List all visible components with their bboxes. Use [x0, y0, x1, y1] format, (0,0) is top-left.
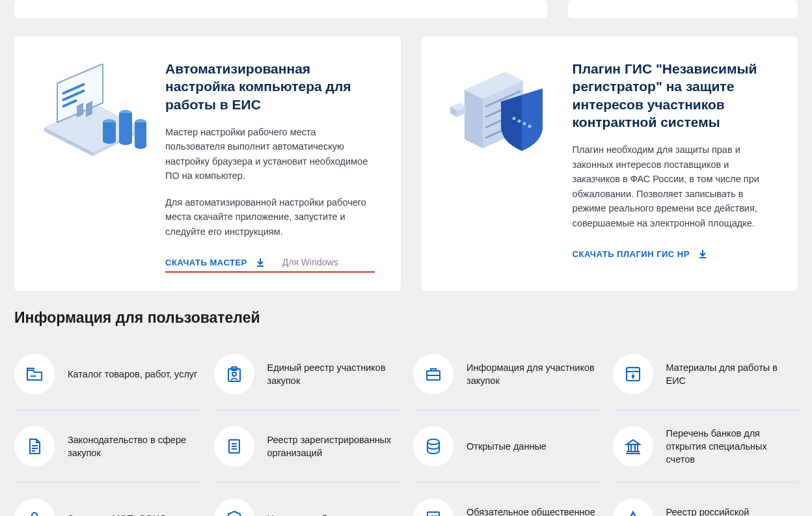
download-master-link[interactable]: СКАЧАТЬ МАСТЕР: [165, 257, 265, 267]
svg-point-38: [232, 372, 236, 376]
person-icon: [14, 498, 55, 516]
card-title-plugin: Плагин ГИС "Независимый регистратор" на …: [573, 60, 774, 131]
info-item-industrial-registry[interactable]: Реестр российской промышленной продукции: [613, 483, 798, 516]
info-label: Каталог товаров, работ, услуг: [68, 368, 197, 381]
card-body-right: Плагин ГИС "Независимый регистратор" на …: [573, 60, 774, 267]
info-label: Законодательство в сфере закупок: [68, 433, 200, 460]
card-plugin-gis: Плагин ГИС "Независимый регистратор" на …: [422, 36, 798, 291]
info-box-icon: [613, 354, 653, 394]
document-icon: [14, 426, 55, 467]
info-item-legislation[interactable]: Законодательство в сфере закупок: [14, 411, 200, 483]
info-label: Обязательное общественное обсуждение зак…: [467, 506, 599, 516]
svg-rect-14: [119, 113, 132, 142]
svg-point-43: [632, 375, 634, 377]
info-item-registrar[interactable]: Независимый регистратор: [214, 483, 399, 516]
svg-point-53: [427, 439, 439, 444]
card-text-2: Для автоматизированной настройки рабочег…: [165, 195, 377, 239]
info-item-open-data[interactable]: Открытые данные: [413, 411, 599, 483]
card-title-auto-setup: Автоматизированная настройка компьютера …: [165, 60, 377, 113]
download-row-left: СКАЧАТЬ МАСТЕР Для Windows: [165, 257, 377, 267]
info-label: Независимый регистратор: [267, 512, 383, 516]
info-item-materials[interactable]: Материалы для работы в ЕИС: [613, 338, 798, 411]
id-badge-icon: [214, 354, 254, 394]
info-label: Реестр зарегистрированных организаций: [267, 433, 399, 460]
feature-cards-row: Автоматизированная настройка компьютера …: [0, 36, 812, 291]
illustration-laptop-charts: [38, 60, 148, 267]
triangle-a-icon: [613, 498, 653, 516]
download-plugin-link[interactable]: СКАЧАТЬ ПЛАГИН ГИС НР: [573, 249, 708, 259]
svg-point-18: [135, 143, 146, 149]
info-label: Перечень банков для открытия специальных…: [666, 427, 798, 467]
svg-point-15: [119, 139, 132, 145]
info-item-participants-info[interactable]: Информация для участников закупок: [413, 338, 599, 411]
card-body-left: Автоматизированная настройка компьютера …: [165, 60, 377, 267]
info-label: Материалы для работы в ЕИС: [666, 361, 798, 388]
illustration-server-shield: [445, 60, 556, 267]
download-master-label: СКАЧАТЬ МАСТЕР: [165, 258, 247, 267]
card-auto-setup: Автоматизированная настройка компьютера …: [14, 36, 401, 291]
download-icon: [697, 249, 708, 259]
svg-rect-17: [135, 122, 146, 146]
svg-point-12: [103, 137, 116, 144]
svg-point-34: [528, 125, 531, 128]
download-row-right: СКАЧАТЬ ПЛАГИН ГИС НР: [573, 249, 774, 259]
info-label: Информация для участников закупок: [467, 361, 599, 388]
card-text-plugin: Плагин необходим для защиты прав и закон…: [573, 143, 774, 230]
svg-marker-22: [465, 90, 483, 148]
top-stub-row: [0, 0, 812, 18]
info-item-org-registry[interactable]: Реестр зарегистрированных организаций: [214, 411, 399, 483]
info-label: Единый реестр участников закупок: [267, 361, 399, 388]
svg-point-31: [512, 117, 515, 120]
info-label: Открытые данные: [467, 440, 547, 453]
info-item-banks[interactable]: Перечень банков для открытия специальных…: [613, 411, 798, 483]
stub-card-right: [568, 0, 798, 18]
info-label: Закупки у МСП, СОНО: [68, 512, 167, 516]
info-item-msp[interactable]: Закупки у МСП, СОНО: [14, 483, 200, 516]
info-item-catalog[interactable]: Каталог товаров, работ, услуг: [14, 338, 200, 411]
svg-point-60: [32, 513, 37, 516]
section-title-user-info: Информация для пользователей: [0, 291, 812, 338]
card-text-1: Мастер настройки рабочего места пользова…: [165, 125, 377, 183]
briefcase-icon: [413, 354, 453, 394]
document-list-icon: [214, 426, 254, 467]
database-icon: [413, 426, 453, 467]
download-icon: [255, 257, 265, 267]
svg-rect-62: [427, 512, 439, 516]
svg-point-33: [522, 122, 526, 126]
folder-icon: [14, 354, 55, 394]
svg-point-32: [517, 120, 521, 123]
download-hint-windows: Для Windows: [282, 257, 338, 267]
stub-card-left: [14, 0, 547, 18]
bank-icon: [613, 426, 653, 467]
shield-icon: [214, 498, 254, 516]
info-grid: Каталог товаров, работ, услуг Единый рее…: [0, 338, 812, 516]
download-plugin-label: СКАЧАТЬ ПЛАГИН ГИС НР: [573, 249, 690, 259]
checklist-icon: [413, 498, 453, 516]
info-label: Реестр российской промышленной продукции: [666, 506, 798, 516]
info-item-public-discussion[interactable]: Обязательное общественное обсуждение зак…: [413, 483, 599, 516]
info-item-participants-registry[interactable]: Единый реестр участников закупок: [214, 338, 399, 411]
